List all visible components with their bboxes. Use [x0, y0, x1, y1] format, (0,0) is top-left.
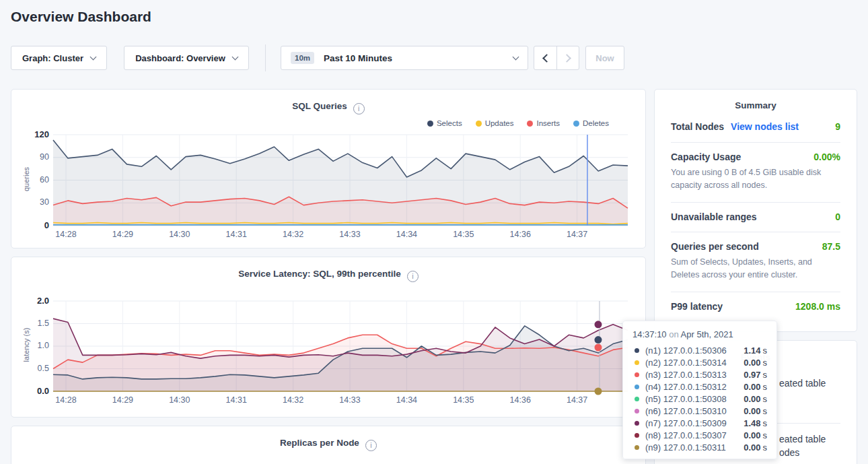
x-tick-label: 14:36 [500, 395, 540, 405]
latency-unit: s [763, 394, 768, 404]
node-color-dot [635, 372, 639, 377]
dashboard-dropdown[interactable]: Dashboard: Overview [124, 46, 249, 70]
y-axis-title: queries [22, 149, 30, 209]
now-button[interactable]: Now [585, 46, 624, 70]
qps-label: Queries per second [671, 241, 759, 252]
x-tick-label: 14:31 [216, 230, 256, 239]
legend-dot [573, 121, 579, 127]
legend-dot [427, 121, 433, 127]
latency-unit: s [763, 370, 768, 380]
latency-unit: s [763, 358, 768, 368]
latency-plot-svg [53, 301, 628, 391]
legend-item-selects[interactable]: Selects [427, 119, 462, 127]
node-latency-value: 0.00 [744, 358, 760, 368]
node-color-dot [635, 360, 639, 365]
x-tick-label: 14:30 [159, 230, 200, 239]
legend-item-deletes[interactable]: Deletes [573, 119, 609, 127]
x-tick-label: 14:35 [443, 230, 484, 239]
node-latency-value: 0.00 [744, 430, 760, 440]
node-address: (n3) 127.0.0.1:50313 [645, 370, 744, 380]
x-tick-label: 14:29 [102, 230, 143, 239]
tooltip-timestamp: 14:37:10 on Apr 5th, 2021 [632, 329, 767, 339]
x-tick-label: 14:35 [443, 395, 484, 405]
p99-latency-label: P99 latency [671, 301, 723, 312]
page-title: Overview Dashboard [11, 9, 151, 25]
node-latency-value: 0.00 [744, 394, 760, 404]
node-latency-value: 1.48 [744, 418, 760, 428]
chevron-right-icon [563, 54, 571, 63]
node-color-dot [635, 385, 639, 389]
node-latency-value: 1.14 [744, 345, 760, 356]
tooltip-node-row: (n7) 127.0.0.1:503091.48s [632, 417, 767, 429]
node-address: (n2) 127.0.0.1:50314 [645, 358, 744, 368]
summary-row-p99: P99 latency 1208.0 ms [671, 292, 840, 321]
info-icon[interactable]: i [365, 440, 377, 451]
sql-plot-svg [53, 135, 628, 226]
tooltip-rows: (n1) 127.0.0.1:503061.14s(n2) 127.0.0.1:… [632, 344, 767, 453]
x-tick-label: 14:30 [159, 395, 200, 405]
x-tick-label: 14:31 [216, 395, 256, 405]
node-address: (n1) 127.0.0.1:50306 [645, 345, 744, 356]
time-range-badge: 10m [291, 52, 314, 64]
info-icon[interactable]: i [407, 271, 419, 282]
graph-dropdown[interactable]: Graph: Cluster [11, 46, 107, 70]
event-text-fragment: eated table [779, 434, 826, 444]
tooltip-node-row: (n2) 127.0.0.1:503140.00s [632, 356, 767, 368]
latency-unit: s [763, 345, 768, 356]
view-nodes-list-link[interactable]: View nodes list [731, 121, 799, 132]
replicas-per-node-card: Replicas per Nodei [11, 426, 646, 464]
time-prev-button[interactable] [534, 46, 556, 69]
node-color-dot [635, 409, 639, 413]
crosshair-dot [594, 336, 602, 343]
node-address: (n5) 127.0.0.1:50308 [645, 394, 744, 404]
legend-label: Updates [485, 119, 514, 127]
graph-dropdown-label: Graph: Cluster [22, 53, 83, 63]
node-latency-value: 0.00 [744, 442, 760, 453]
x-tick-label: 14:32 [273, 230, 314, 239]
summary-row-capacity: Capacity Usage 0.00% You are using 0 B o… [671, 143, 840, 203]
node-address: (n4) 127.0.0.1:50312 [645, 382, 744, 392]
chart-hover-tooltip: 14:37:10 on Apr 5th, 2021 (n1) 127.0.0.1… [622, 321, 777, 459]
qps-value: 87.5 [822, 241, 840, 252]
x-tick-label: 14:29 [102, 395, 143, 405]
time-range-picker[interactable]: 10m Past 10 Minutes [281, 46, 528, 70]
chevron-down-icon [231, 53, 238, 60]
legend-item-updates[interactable]: Updates [476, 119, 514, 127]
event-text-fragment: eated table [779, 378, 826, 389]
node-address: (n8) 127.0.0.1:50307 [645, 430, 744, 440]
chart-title-row: SQL Queriesi [11, 101, 645, 114]
replicas-chart-title: Replicas per Node [280, 438, 359, 448]
x-tick-label: 14:37 [557, 230, 598, 239]
sql-queries-chart[interactable]: 14:2814:2914:3014:3114:3214:3314:3414:35… [53, 135, 628, 226]
total-nodes-value: 9 [835, 121, 840, 132]
service-latency-card: Service Latency: SQL, 99th percentilei 1… [11, 257, 646, 418]
legend-label: Deletes [583, 119, 609, 127]
p99-latency-value: 1208.0 ms [795, 301, 840, 312]
legend-dot [527, 121, 533, 127]
time-range-label: Past 10 Minutes [324, 53, 506, 63]
x-tick-label: 14:36 [500, 230, 540, 239]
total-nodes-label: Total Nodes [671, 121, 724, 132]
qps-desc: Sum of Selects, Updates, Inserts, and De… [671, 256, 840, 282]
summary-panel: Summary Total NodesView nodes list 9 Cap… [654, 89, 857, 332]
info-icon[interactable]: i [353, 103, 365, 114]
legend-label: Selects [437, 119, 462, 127]
toolbar-divider [265, 44, 266, 71]
y-tick-label: 120 [18, 129, 49, 139]
y-tick-label: 0.0 [18, 386, 49, 396]
tooltip-node-row: (n6) 127.0.0.1:503100.00s [632, 405, 767, 417]
y-tick-label: 0 [18, 220, 49, 230]
node-color-dot [635, 397, 639, 401]
chevron-down-icon [513, 53, 519, 60]
latency-unit: s [763, 382, 768, 392]
latency-unit: s [763, 406, 768, 416]
capacity-usage-label: Capacity Usage [671, 152, 741, 162]
legend-item-inserts[interactable]: Inserts [527, 119, 560, 127]
node-latency-value: 0.97 [744, 370, 760, 380]
node-color-dot [635, 421, 639, 426]
service-latency-chart[interactable]: 14:2814:2914:3014:3114:3214:3314:3414:35… [53, 301, 628, 391]
x-tick-label: 14:33 [330, 395, 370, 405]
event-text-fragment: odes [779, 447, 799, 458]
time-next-button[interactable] [556, 46, 579, 69]
capacity-usage-value: 0.00% [813, 152, 840, 162]
